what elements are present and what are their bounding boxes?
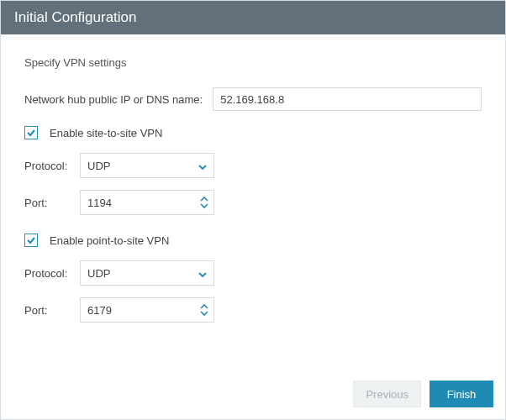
previous-button[interactable]: Previous	[353, 381, 421, 407]
titlebar: Initial Configuration	[1, 1, 505, 34]
ip-label: Network hub public IP or DNS name:	[24, 93, 203, 106]
p2s-protocol-select[interactable]: UDP	[80, 260, 214, 286]
p2s-port-value: 6179	[81, 298, 195, 322]
ip-input[interactable]	[213, 87, 482, 111]
section-subtitle: Specify VPN settings	[24, 56, 482, 69]
p2s-port-stepper[interactable]: 6179	[80, 297, 214, 323]
site-to-site-label: Enable site-to-site VPN	[50, 127, 162, 139]
p2s-protocol-value: UDP	[87, 267, 110, 280]
chevron-down-icon[interactable]	[200, 310, 208, 317]
s2s-port-row: Port: 1194	[24, 190, 482, 215]
s2s-protocol-row: Protocol: UDP	[24, 153, 482, 178]
chevron-up-icon[interactable]	[200, 303, 208, 310]
dialog: Initial Configuration Specify VPN settin…	[0, 0, 506, 420]
dialog-body: Specify VPN settings Network hub public …	[1, 34, 505, 323]
s2s-port-value: 1194	[81, 191, 195, 214]
finish-button[interactable]: Finish	[430, 381, 493, 407]
s2s-protocol-value: UDP	[87, 160, 110, 172]
p2s-port-spin-buttons	[195, 298, 213, 322]
p2s-protocol-row: Protocol: UDP	[24, 260, 482, 286]
point-to-site-checkbox[interactable]	[24, 234, 38, 247]
chevron-down-icon[interactable]	[200, 202, 208, 209]
chevron-down-icon	[198, 160, 207, 172]
p2s-port-label: Port:	[24, 304, 80, 317]
chevron-down-icon	[198, 267, 207, 280]
p2s-protocol-label: Protocol:	[24, 267, 80, 280]
footer: Previous Finish	[353, 381, 493, 407]
point-to-site-label: Enable point-to-site VPN	[50, 234, 169, 247]
s2s-protocol-select[interactable]: UDP	[80, 153, 214, 178]
check-icon	[26, 235, 36, 245]
s2s-protocol-label: Protocol:	[24, 160, 80, 172]
ip-row: Network hub public IP or DNS name:	[24, 87, 482, 111]
check-icon	[26, 128, 36, 138]
s2s-port-spin-buttons	[195, 191, 213, 214]
p2s-port-row: Port: 6179	[24, 297, 482, 323]
page-title: Initial Configuration	[14, 9, 137, 25]
s2s-port-label: Port:	[24, 197, 80, 209]
s2s-port-stepper[interactable]: 1194	[80, 190, 214, 215]
point-to-site-checkbox-row: Enable point-to-site VPN	[24, 234, 482, 247]
chevron-up-icon[interactable]	[200, 196, 208, 202]
site-to-site-checkbox[interactable]	[24, 126, 38, 139]
site-to-site-checkbox-row: Enable site-to-site VPN	[24, 126, 482, 139]
